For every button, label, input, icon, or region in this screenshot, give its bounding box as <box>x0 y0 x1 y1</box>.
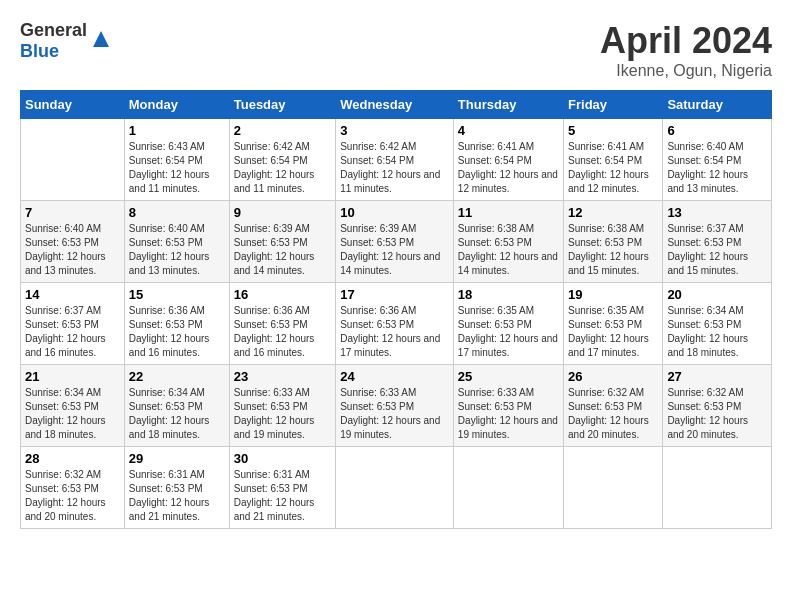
day-cell: 12Sunrise: 6:38 AMSunset: 6:53 PMDayligh… <box>564 201 663 283</box>
day-cell <box>336 447 454 529</box>
day-info: Sunrise: 6:38 AMSunset: 6:53 PMDaylight:… <box>568 223 649 276</box>
day-number: 5 <box>568 123 658 138</box>
day-cell: 28Sunrise: 6:32 AMSunset: 6:53 PMDayligh… <box>21 447 125 529</box>
day-cell: 8Sunrise: 6:40 AMSunset: 6:53 PMDaylight… <box>124 201 229 283</box>
day-number: 28 <box>25 451 120 466</box>
day-cell: 4Sunrise: 6:41 AMSunset: 6:54 PMDaylight… <box>453 119 563 201</box>
day-info: Sunrise: 6:41 AMSunset: 6:54 PMDaylight:… <box>458 141 558 194</box>
calendar-table: SundayMondayTuesdayWednesdayThursdayFrid… <box>20 90 772 529</box>
day-cell: 13Sunrise: 6:37 AMSunset: 6:53 PMDayligh… <box>663 201 772 283</box>
logo: General Blue <box>20 20 113 62</box>
day-info: Sunrise: 6:36 AMSunset: 6:53 PMDaylight:… <box>129 305 210 358</box>
day-cell: 18Sunrise: 6:35 AMSunset: 6:53 PMDayligh… <box>453 283 563 365</box>
logo-general: General <box>20 20 87 40</box>
day-cell: 9Sunrise: 6:39 AMSunset: 6:53 PMDaylight… <box>229 201 335 283</box>
day-info: Sunrise: 6:37 AMSunset: 6:53 PMDaylight:… <box>667 223 748 276</box>
day-info: Sunrise: 6:32 AMSunset: 6:53 PMDaylight:… <box>568 387 649 440</box>
title-area: April 2024 Ikenne, Ogun, Nigeria <box>600 20 772 80</box>
day-cell: 17Sunrise: 6:36 AMSunset: 6:53 PMDayligh… <box>336 283 454 365</box>
day-number: 17 <box>340 287 449 302</box>
day-info: Sunrise: 6:34 AMSunset: 6:53 PMDaylight:… <box>129 387 210 440</box>
day-cell <box>663 447 772 529</box>
day-number: 20 <box>667 287 767 302</box>
week-row-2: 7Sunrise: 6:40 AMSunset: 6:53 PMDaylight… <box>21 201 772 283</box>
day-info: Sunrise: 6:39 AMSunset: 6:53 PMDaylight:… <box>340 223 440 276</box>
day-info: Sunrise: 6:36 AMSunset: 6:53 PMDaylight:… <box>340 305 440 358</box>
day-info: Sunrise: 6:43 AMSunset: 6:54 PMDaylight:… <box>129 141 210 194</box>
day-info: Sunrise: 6:37 AMSunset: 6:53 PMDaylight:… <box>25 305 106 358</box>
day-info: Sunrise: 6:35 AMSunset: 6:53 PMDaylight:… <box>568 305 649 358</box>
day-number: 22 <box>129 369 225 384</box>
day-info: Sunrise: 6:42 AMSunset: 6:54 PMDaylight:… <box>340 141 440 194</box>
day-info: Sunrise: 6:34 AMSunset: 6:53 PMDaylight:… <box>667 305 748 358</box>
day-number: 4 <box>458 123 559 138</box>
header-day-sunday: Sunday <box>21 91 125 119</box>
day-number: 13 <box>667 205 767 220</box>
day-cell <box>21 119 125 201</box>
day-number: 18 <box>458 287 559 302</box>
day-info: Sunrise: 6:42 AMSunset: 6:54 PMDaylight:… <box>234 141 315 194</box>
day-info: Sunrise: 6:33 AMSunset: 6:53 PMDaylight:… <box>234 387 315 440</box>
header-day-saturday: Saturday <box>663 91 772 119</box>
day-info: Sunrise: 6:32 AMSunset: 6:53 PMDaylight:… <box>667 387 748 440</box>
day-info: Sunrise: 6:31 AMSunset: 6:53 PMDaylight:… <box>234 469 315 522</box>
main-title: April 2024 <box>600 20 772 62</box>
header-day-tuesday: Tuesday <box>229 91 335 119</box>
day-number: 10 <box>340 205 449 220</box>
header-day-thursday: Thursday <box>453 91 563 119</box>
day-cell: 5Sunrise: 6:41 AMSunset: 6:54 PMDaylight… <box>564 119 663 201</box>
day-info: Sunrise: 6:33 AMSunset: 6:53 PMDaylight:… <box>458 387 558 440</box>
header-day-friday: Friday <box>564 91 663 119</box>
day-number: 3 <box>340 123 449 138</box>
day-number: 21 <box>25 369 120 384</box>
day-cell: 21Sunrise: 6:34 AMSunset: 6:53 PMDayligh… <box>21 365 125 447</box>
day-cell: 1Sunrise: 6:43 AMSunset: 6:54 PMDaylight… <box>124 119 229 201</box>
day-number: 8 <box>129 205 225 220</box>
day-cell: 27Sunrise: 6:32 AMSunset: 6:53 PMDayligh… <box>663 365 772 447</box>
day-info: Sunrise: 6:39 AMSunset: 6:53 PMDaylight:… <box>234 223 315 276</box>
day-number: 30 <box>234 451 331 466</box>
day-number: 15 <box>129 287 225 302</box>
week-row-3: 14Sunrise: 6:37 AMSunset: 6:53 PMDayligh… <box>21 283 772 365</box>
day-number: 2 <box>234 123 331 138</box>
logo-icon <box>89 27 113 51</box>
header-row: SundayMondayTuesdayWednesdayThursdayFrid… <box>21 91 772 119</box>
day-info: Sunrise: 6:41 AMSunset: 6:54 PMDaylight:… <box>568 141 649 194</box>
day-info: Sunrise: 6:33 AMSunset: 6:53 PMDaylight:… <box>340 387 440 440</box>
week-row-4: 21Sunrise: 6:34 AMSunset: 6:53 PMDayligh… <box>21 365 772 447</box>
day-info: Sunrise: 6:36 AMSunset: 6:53 PMDaylight:… <box>234 305 315 358</box>
day-cell <box>453 447 563 529</box>
week-row-1: 1Sunrise: 6:43 AMSunset: 6:54 PMDaylight… <box>21 119 772 201</box>
day-cell: 25Sunrise: 6:33 AMSunset: 6:53 PMDayligh… <box>453 365 563 447</box>
day-cell: 14Sunrise: 6:37 AMSunset: 6:53 PMDayligh… <box>21 283 125 365</box>
day-number: 26 <box>568 369 658 384</box>
day-info: Sunrise: 6:31 AMSunset: 6:53 PMDaylight:… <box>129 469 210 522</box>
day-cell: 6Sunrise: 6:40 AMSunset: 6:54 PMDaylight… <box>663 119 772 201</box>
day-number: 24 <box>340 369 449 384</box>
day-number: 29 <box>129 451 225 466</box>
day-number: 16 <box>234 287 331 302</box>
day-cell: 3Sunrise: 6:42 AMSunset: 6:54 PMDaylight… <box>336 119 454 201</box>
day-cell: 19Sunrise: 6:35 AMSunset: 6:53 PMDayligh… <box>564 283 663 365</box>
day-number: 11 <box>458 205 559 220</box>
day-number: 19 <box>568 287 658 302</box>
day-number: 12 <box>568 205 658 220</box>
day-cell: 26Sunrise: 6:32 AMSunset: 6:53 PMDayligh… <box>564 365 663 447</box>
day-info: Sunrise: 6:32 AMSunset: 6:53 PMDaylight:… <box>25 469 106 522</box>
day-cell: 11Sunrise: 6:38 AMSunset: 6:53 PMDayligh… <box>453 201 563 283</box>
header-day-monday: Monday <box>124 91 229 119</box>
day-cell: 24Sunrise: 6:33 AMSunset: 6:53 PMDayligh… <box>336 365 454 447</box>
header-day-wednesday: Wednesday <box>336 91 454 119</box>
logo-blue: Blue <box>20 41 59 61</box>
day-info: Sunrise: 6:34 AMSunset: 6:53 PMDaylight:… <box>25 387 106 440</box>
day-number: 23 <box>234 369 331 384</box>
day-cell: 22Sunrise: 6:34 AMSunset: 6:53 PMDayligh… <box>124 365 229 447</box>
logo-text: General Blue <box>20 20 87 62</box>
day-number: 1 <box>129 123 225 138</box>
day-number: 7 <box>25 205 120 220</box>
day-number: 27 <box>667 369 767 384</box>
day-info: Sunrise: 6:40 AMSunset: 6:54 PMDaylight:… <box>667 141 748 194</box>
day-cell: 20Sunrise: 6:34 AMSunset: 6:53 PMDayligh… <box>663 283 772 365</box>
day-number: 9 <box>234 205 331 220</box>
day-info: Sunrise: 6:40 AMSunset: 6:53 PMDaylight:… <box>129 223 210 276</box>
